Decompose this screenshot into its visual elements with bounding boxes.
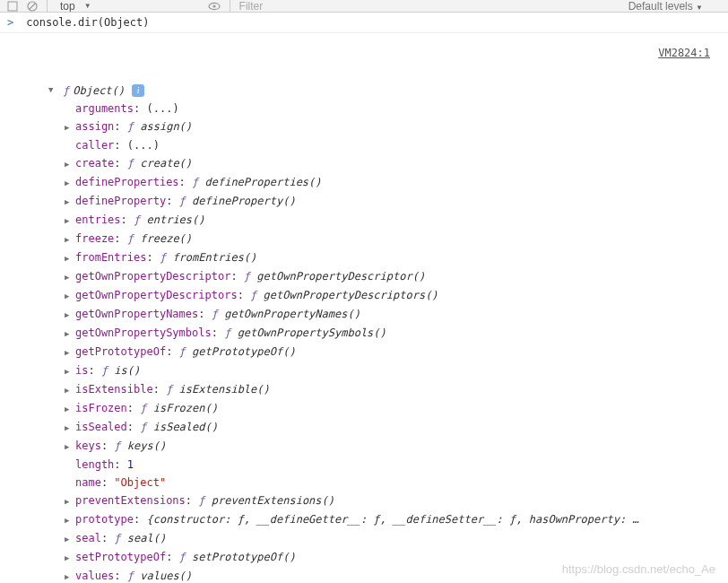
disclosure-icon[interactable]: ▶ [65, 193, 74, 211]
clear-icon[interactable] [27, 1, 38, 12]
property-row[interactable]: arguments: (...) [65, 100, 721, 117]
property-row[interactable]: ▶isFrozen: ƒ isFrozen() [65, 399, 721, 418]
property-row[interactable]: ▶getOwnPropertyNames: ƒ getOwnPropertyNa… [65, 305, 721, 324]
property-key: arguments [75, 102, 134, 115]
disclosure-icon[interactable]: ▶ [65, 549, 74, 567]
property-row[interactable]: caller: (...) [65, 136, 721, 154]
property-row[interactable]: ▶getOwnPropertyDescriptor: ƒ getOwnPrope… [65, 267, 721, 286]
disclosure-icon[interactable]: ▶ [65, 268, 74, 286]
function-letter: ƒ [166, 383, 178, 396]
property-row[interactable]: ▶defineProperties: ƒ defineProperties() [65, 173, 721, 192]
function-letter: ƒ [179, 551, 192, 563]
property-row[interactable]: ▶create: ƒ create() [65, 154, 721, 173]
property-sep: : [146, 251, 159, 264]
context-dropdown-icon[interactable]: ▼ [84, 2, 91, 10]
property-row[interactable]: ▶fromEntries: ƒ fromEntries() [65, 248, 721, 267]
property-key: length [75, 458, 114, 471]
property-sep: : [114, 157, 126, 170]
object-tree: ▼ ƒ Object() i arguments: (...)▶assign: … [0, 33, 728, 583]
disclosure-icon[interactable]: ▶ [65, 419, 74, 437]
disclosure-icon[interactable]: ▶ [65, 362, 74, 380]
disclosure-icon[interactable]: ▶ [65, 568, 74, 583]
property-row[interactable]: ▶keys: ƒ keys() [65, 437, 721, 456]
property-key: isExtensible [75, 383, 153, 396]
property-sep: : [166, 195, 178, 207]
info-icon[interactable]: i [132, 84, 144, 97]
property-row[interactable]: ▶entries: ƒ entries() [65, 211, 721, 230]
stop-icon[interactable] [7, 1, 18, 12]
function-letter: ƒ [160, 251, 172, 264]
disclosure-icon[interactable]: ▼ [48, 81, 57, 99]
disclosure-icon[interactable]: ▶ [65, 212, 74, 230]
property-row[interactable]: ▶prototype: {constructor: ƒ, __defineGet… [65, 510, 721, 529]
property-row[interactable]: ▶seal: ƒ seal() [65, 529, 721, 548]
disclosure-icon[interactable]: ▶ [65, 231, 74, 248]
property-row[interactable]: name: "Object" [65, 474, 721, 492]
disclosure-icon[interactable]: ▶ [65, 118, 74, 136]
function-letter: ƒ [198, 494, 211, 507]
function-letter: ƒ [114, 532, 126, 544]
property-row[interactable]: ▶is: ƒ is() [65, 361, 721, 380]
property-sep: : [88, 364, 100, 377]
property-key: caller [75, 139, 114, 152]
disclosure-icon[interactable]: ▶ [65, 287, 74, 305]
property-row[interactable]: ▶defineProperty: ƒ defineProperty() [65, 192, 721, 211]
function-signature: getOwnPropertySymbols() [238, 326, 386, 339]
console-input-line[interactable]: > console.dir(Object) [0, 13, 728, 33]
toolbar-sep [47, 0, 48, 13]
context-selector[interactable]: top [60, 0, 75, 13]
property-key: preventExtensions [75, 494, 186, 507]
property-sep: : [198, 308, 211, 320]
function-signature: getPrototypeOf() [192, 345, 296, 358]
property-sep: : [101, 532, 114, 544]
property-key: getOwnPropertyNames [75, 308, 198, 320]
property-sep: : [153, 383, 166, 396]
tree-header[interactable]: ▼ ƒ Object() i [48, 82, 721, 100]
disclosure-icon[interactable]: ▶ [65, 492, 74, 510]
property-row[interactable]: ▶isSealed: ƒ isSealed() [65, 418, 721, 437]
property-row[interactable]: ▶getOwnPropertyDescriptors: ƒ getOwnProp… [65, 286, 721, 305]
disclosure-icon[interactable]: ▶ [65, 344, 74, 361]
source-link[interactable]: VM2824:1 [658, 47, 710, 59]
disclosure-icon[interactable]: ▶ [65, 325, 74, 343]
properties-list: arguments: (...)▶assign: ƒ assign()calle… [48, 100, 721, 583]
property-sep: : [114, 139, 126, 152]
disclosure-icon[interactable]: ▶ [65, 174, 74, 192]
property-key: freeze [75, 232, 114, 245]
property-row[interactable]: ▶preventExtensions: ƒ preventExtensions(… [65, 492, 721, 510]
property-sep: : [114, 570, 126, 582]
property-row[interactable]: ▶assign: ƒ assign() [65, 117, 721, 136]
disclosure-icon[interactable]: ▶ [65, 381, 74, 399]
function-signature: assign() [140, 120, 192, 133]
levels-selector[interactable]: Default levels ▼ [628, 0, 703, 13]
property-sep: : [238, 289, 250, 301]
disclosure-icon[interactable]: ▶ [65, 155, 74, 173]
function-signature: values() [140, 570, 192, 582]
property-value: (...) [127, 139, 160, 152]
disclosure-icon[interactable]: ▶ [65, 511, 74, 529]
property-value: "Object" [114, 476, 166, 489]
function-signature: preventExtensions() [212, 494, 334, 507]
disclosure-icon[interactable]: ▶ [65, 530, 74, 548]
eye-icon[interactable] [208, 2, 221, 11]
function-letter: ƒ [250, 289, 263, 301]
disclosure-icon[interactable]: ▶ [65, 400, 74, 418]
function-letter: ƒ [127, 232, 140, 245]
function-letter: ƒ [134, 213, 146, 226]
console-command: console.dir(Object) [26, 16, 149, 29]
filter-input[interactable]: Filter [239, 0, 383, 13]
function-signature: defineProperty() [192, 195, 296, 207]
disclosure-icon[interactable]: ▶ [65, 249, 74, 267]
property-row[interactable]: ▶getPrototypeOf: ƒ getPrototypeOf() [65, 343, 721, 361]
property-key: prototype [75, 513, 134, 526]
function-letter: ƒ [63, 82, 69, 100]
property-sep: : [114, 120, 126, 133]
disclosure-icon[interactable]: ▶ [65, 438, 74, 456]
property-row[interactable]: ▶isExtensible: ƒ isExtensible() [65, 380, 721, 399]
disclosure-icon[interactable]: ▶ [65, 306, 74, 324]
property-key: name [75, 476, 101, 489]
property-row[interactable]: length: 1 [65, 456, 721, 474]
property-row[interactable]: ▶getOwnPropertySymbols: ƒ getOwnProperty… [65, 324, 721, 343]
property-row[interactable]: ▶freeze: ƒ freeze() [65, 230, 721, 248]
property-key: isFrozen [75, 402, 127, 414]
